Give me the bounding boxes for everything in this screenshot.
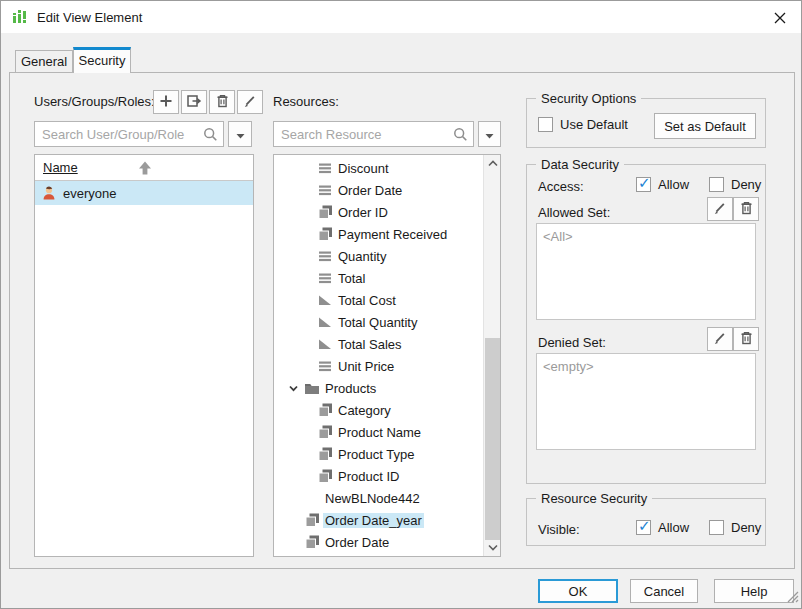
tree-item-label: Quantity [336, 249, 388, 264]
use-default-checkbox-row[interactable]: Use Default [538, 117, 628, 132]
name-column-header[interactable]: Name [43, 160, 78, 175]
access-deny-checkbox[interactable] [709, 177, 724, 192]
cube-icon [304, 535, 320, 550]
user-icon [41, 185, 57, 201]
export-icon [187, 94, 202, 111]
use-default-label: Use Default [560, 117, 628, 132]
tree-item[interactable]: Total Sales [274, 333, 483, 355]
tree-item-label: Product Type [336, 447, 416, 462]
tree-item-label: Order Date_year [323, 513, 424, 528]
plus-icon [159, 94, 173, 111]
tree-item-label: Total Cost [336, 293, 398, 308]
tree-item-label: Discount [336, 161, 391, 176]
tree-item[interactable]: Payment Received [274, 223, 483, 245]
tree-item-label: Product ID [336, 469, 401, 484]
tree-item[interactable]: Product ID [274, 465, 483, 487]
set-as-default-button[interactable]: Set as Default [654, 113, 756, 139]
resources-label: Resources: [273, 94, 339, 109]
access-allow-checkbox[interactable] [636, 177, 651, 192]
user-search-input[interactable] [34, 121, 224, 147]
access-deny-checkbox-row[interactable]: Deny [709, 177, 761, 192]
tree-item[interactable]: Products [274, 377, 483, 399]
export-user-button[interactable] [181, 90, 207, 114]
access-deny-label: Deny [731, 177, 761, 192]
app-logo-icon [11, 8, 29, 26]
users-table: Name everyone [34, 154, 254, 557]
delete-user-button[interactable] [209, 90, 235, 114]
security-options-title: Security Options [536, 91, 641, 106]
tree-item[interactable]: Unit Price [274, 355, 483, 377]
detail-lines-icon [317, 183, 333, 197]
edit-denied-set-button[interactable] [707, 327, 733, 351]
access-allow-checkbox-row[interactable]: Allow [636, 177, 689, 192]
clear-denied-set-button[interactable] [733, 327, 759, 351]
clear-allowed-set-button[interactable] [733, 197, 759, 221]
tab-general[interactable]: General [15, 50, 73, 73]
tree-item[interactable]: Product Name [274, 421, 483, 443]
tree-item-label: Payment Received [336, 227, 449, 242]
allowed-set-box[interactable]: <All> [536, 223, 756, 320]
tree-item-label: Order Date [323, 535, 391, 550]
tree-item-label: NewBLNode442 [323, 491, 422, 506]
cube-icon [317, 447, 333, 462]
scroll-down-icon[interactable] [484, 539, 501, 556]
measure-icon [317, 293, 333, 307]
measure-icon [317, 337, 333, 351]
users-toolbar [153, 90, 263, 114]
trash-icon [740, 331, 753, 348]
visible-allow-checkbox-row[interactable]: Allow [636, 520, 689, 535]
tree-item[interactable]: Discount [274, 157, 483, 179]
help-button[interactable]: Help [714, 579, 794, 603]
edit-user-button[interactable] [237, 90, 263, 114]
table-row[interactable]: everyone [35, 181, 253, 205]
tab-security[interactable]: Security [73, 47, 131, 73]
edit-allowed-set-button[interactable] [707, 197, 733, 221]
cube-icon [317, 205, 333, 220]
visible-deny-label: Deny [731, 520, 761, 535]
tree-item[interactable]: NewBLNode442 [274, 487, 483, 509]
user-search-dropdown-button[interactable] [228, 121, 252, 147]
scroll-up-icon[interactable] [484, 155, 501, 172]
tree-item[interactable]: Order ID [274, 201, 483, 223]
visible-deny-checkbox-row[interactable]: Deny [709, 520, 761, 535]
resource-search-dropdown-button[interactable] [478, 121, 501, 147]
expander-chevron-down-icon[interactable] [288, 383, 304, 394]
pencil-icon [713, 201, 727, 218]
resource-search-input[interactable] [273, 121, 474, 147]
trash-icon [216, 94, 229, 111]
tree-item[interactable]: Total [274, 267, 483, 289]
tree-item[interactable]: Order Date_year [274, 509, 483, 531]
tree-item[interactable]: Order Date [274, 531, 483, 553]
users-table-header[interactable]: Name [35, 155, 253, 181]
tree-item[interactable]: Total Cost [274, 289, 483, 311]
tree-item-label: Product Name [336, 425, 423, 440]
denied-set-box[interactable]: <empty> [536, 353, 756, 450]
cube-icon [317, 469, 333, 484]
cube-icon [317, 227, 333, 242]
resources-tree-body: DiscountOrder DateOrder IDPayment Receiv… [274, 155, 483, 556]
close-icon[interactable] [771, 10, 789, 26]
title-bar: Edit View Element [1, 1, 801, 33]
data-security-title: Data Security [536, 157, 624, 172]
scrollbar-thumb[interactable] [485, 338, 500, 540]
cancel-button[interactable]: Cancel [630, 579, 698, 603]
tree-item-label: Products [323, 381, 378, 396]
tree-item[interactable]: Quantity [274, 245, 483, 267]
tree-item[interactable]: Total Quantity [274, 311, 483, 333]
add-user-button[interactable] [153, 90, 179, 114]
resize-grip[interactable] [786, 590, 799, 606]
tree-item-label: Order Date [336, 183, 404, 198]
detail-lines-icon [317, 249, 333, 263]
access-allow-label: Allow [658, 177, 689, 192]
tree-item[interactable]: Category [274, 399, 483, 421]
visible-allow-checkbox[interactable] [636, 520, 651, 535]
tree-scrollbar[interactable] [483, 155, 500, 556]
visible-deny-checkbox[interactable] [709, 520, 724, 535]
tree-item[interactable]: Order Date [274, 179, 483, 201]
folder-icon [304, 381, 320, 395]
tree-item[interactable]: Product Type [274, 443, 483, 465]
users-groups-roles-label: Users/Groups/Roles: [34, 94, 155, 109]
visible-label: Visible: [538, 522, 580, 537]
ok-button[interactable]: OK [538, 579, 618, 603]
use-default-checkbox[interactable] [538, 117, 553, 132]
